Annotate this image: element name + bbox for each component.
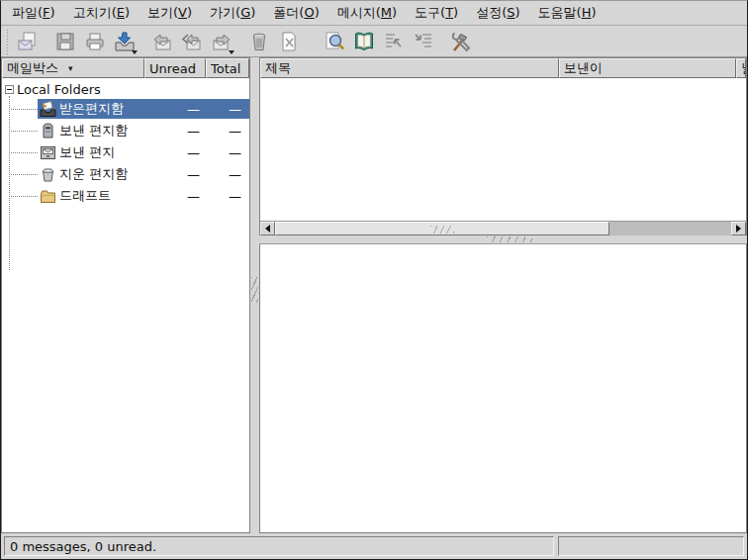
compose-mail-button[interactable] — [14, 28, 42, 55]
message-preview-pane[interactable] — [259, 243, 747, 533]
scrollbar-track[interactable] — [609, 222, 731, 235]
folder-name: 보낸 편지함 — [57, 122, 148, 140]
print-button[interactable] — [81, 28, 109, 55]
horizontal-scrollbar[interactable] — [260, 221, 746, 235]
folder-unread-count: — — [148, 124, 206, 139]
folder-name: 지운 편지함 — [57, 165, 148, 183]
folder-unread-count: — — [148, 167, 206, 182]
scrollbar-thumb[interactable] — [275, 222, 609, 235]
move-to-list-button[interactable] — [410, 28, 437, 55]
menu-file[interactable]: 파일(F) — [3, 2, 64, 24]
folder-unread-count: — — [148, 189, 206, 204]
jump-to-list-button[interactable] — [380, 28, 408, 55]
folder-root-row[interactable]: Local Folders — [2, 80, 249, 98]
folder-pane-header: 메일박스 ▾ Unread Total — [2, 58, 249, 78]
cancel-message-icon — [278, 31, 300, 52]
folder-name: 보낸 편지 — [57, 143, 148, 161]
folder-row-trash[interactable]: 지운 편지함 — — — [2, 163, 249, 185]
folder-total-count: — — [206, 124, 249, 139]
thumb-grip — [430, 226, 454, 233]
collapse-expander-icon[interactable] — [5, 85, 14, 94]
menu-settings[interactable]: 설정(S) — [467, 2, 528, 24]
message-area: 제목 보낸이 날 — [259, 57, 747, 533]
arrow-left-icon — [265, 225, 270, 233]
folder-row-drafts[interactable]: 드래프트 — — — [2, 185, 249, 207]
check-mail-button[interactable] — [111, 28, 139, 55]
menu-folder[interactable]: 폴더(O) — [264, 2, 327, 24]
tree-branch — [9, 109, 38, 110]
trash-button[interactable] — [245, 28, 273, 55]
print-icon — [84, 31, 106, 52]
root-folder-label: Local Folders — [17, 82, 101, 97]
message-list[interactable] — [260, 78, 746, 221]
find-messages-icon — [324, 31, 345, 52]
scroll-right-button[interactable] — [731, 222, 746, 235]
column-header-date[interactable]: 날 — [736, 58, 746, 78]
folder-total-count: — — [206, 167, 249, 182]
folder-row-outbox[interactable]: 보낸 편지함 — — — [2, 120, 249, 141]
compose-mail-icon — [17, 31, 39, 52]
splitter-grip[interactable] — [251, 277, 258, 303]
column-header-unread[interactable]: Unread — [144, 58, 206, 78]
tree-branch — [9, 196, 38, 197]
column-header-total[interactable]: Total — [206, 58, 249, 78]
folder-pane: 메일박스 ▾ Unread Total Local Folders — [1, 57, 250, 533]
status-message: 0 messages, 0 unread. — [4, 536, 554, 556]
statusbar: 0 messages, 0 unread. — [1, 533, 747, 559]
reply-button[interactable] — [148, 28, 176, 55]
folder-name: 받은편지함 — [57, 100, 148, 118]
save-icon — [54, 31, 76, 52]
vertical-splitter[interactable] — [250, 57, 259, 533]
column-header-mailbox[interactable]: 메일박스 ▾ — [2, 58, 144, 78]
trash-icon — [248, 31, 270, 52]
tools-icon — [450, 31, 472, 52]
column-header-sender[interactable]: 보낸이 — [559, 58, 736, 78]
toolbar — [1, 26, 747, 57]
check-mail-icon — [114, 31, 136, 52]
toolbar-drag-handle[interactable] — [5, 29, 10, 54]
main-area: 메일박스 ▾ Unread Total Local Folders — [1, 57, 747, 533]
address-book-icon — [353, 31, 375, 52]
mail-client-window: 파일(F) 고치기(E) 보기(V) 가기(G) 폴더(O) 메시지(M) 도구… — [0, 0, 748, 560]
tree-branch — [9, 131, 38, 132]
folder-row-inbox[interactable]: 받은편지함 — — — [2, 98, 249, 120]
menubar: 파일(F) 고치기(E) 보기(V) 가기(G) 폴더(O) 메시지(M) 도구… — [1, 1, 747, 26]
jump-to-list-icon — [383, 31, 405, 52]
reply-all-button[interactable] — [178, 28, 206, 55]
chevron-down-icon — [132, 50, 138, 54]
horizontal-splitter[interactable] — [259, 235, 747, 243]
tools-button[interactable] — [447, 28, 475, 55]
folder-total-count: — — [206, 189, 249, 204]
menu-tools[interactable]: 도구(T) — [406, 2, 467, 24]
trash-folder-icon — [38, 166, 57, 183]
menu-edit[interactable]: 고치기(E) — [64, 2, 139, 24]
splitter-grip[interactable] — [487, 236, 532, 242]
forward-icon — [211, 31, 233, 52]
menu-help[interactable]: 도움말(H) — [529, 2, 606, 24]
cancel-message-button[interactable] — [275, 28, 303, 55]
sent-mail-icon — [38, 144, 57, 161]
reply-all-icon — [181, 31, 203, 52]
tree-branch — [9, 152, 38, 153]
inbox-icon — [38, 101, 57, 118]
forward-button[interactable] — [208, 28, 235, 55]
menu-view[interactable]: 보기(V) — [139, 2, 201, 24]
column-header-subject[interactable]: 제목 — [260, 58, 559, 78]
scroll-left-button[interactable] — [260, 222, 275, 235]
menu-go[interactable]: 가기(G) — [201, 2, 264, 24]
reply-icon — [151, 31, 173, 52]
sort-descending-icon: ▾ — [68, 63, 73, 73]
find-messages-button[interactable] — [321, 28, 348, 55]
folder-row-sent[interactable]: 보낸 편지 — — — [2, 141, 249, 163]
folder-tree: Local Folders 받은편지함 — — 보낸 편지함 — [2, 78, 249, 532]
menu-message[interactable]: 메시지(M) — [328, 2, 406, 24]
arrow-right-icon — [736, 225, 741, 233]
folder-unread-count: — — [148, 102, 206, 117]
save-button[interactable] — [51, 28, 79, 55]
address-book-button[interactable] — [350, 28, 378, 55]
selected-folder[interactable]: 받은편지함 — — — [38, 99, 249, 119]
folder-total-count: — — [206, 102, 249, 117]
drafts-folder-icon — [38, 188, 57, 205]
move-to-list-icon — [413, 31, 434, 52]
message-list-header: 제목 보낸이 날 — [260, 58, 746, 78]
